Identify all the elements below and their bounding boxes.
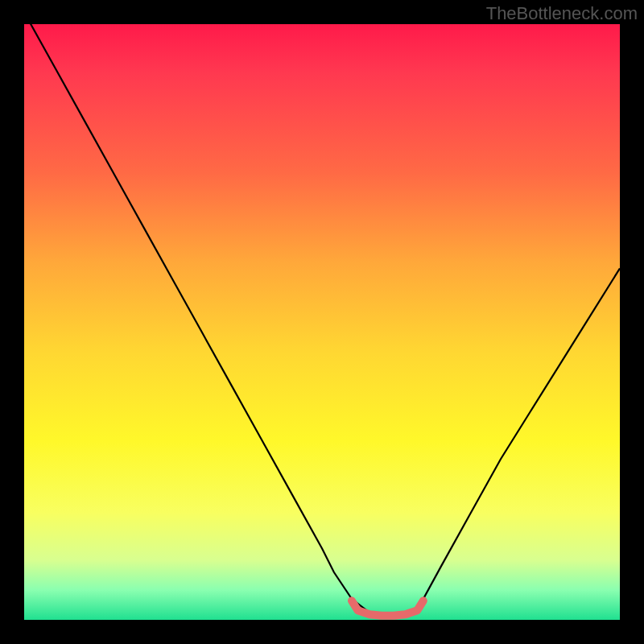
optimal-zone-marker <box>352 601 423 616</box>
bottleneck-curve <box>24 24 620 615</box>
plot-area <box>24 24 620 620</box>
chart-svg <box>24 24 620 620</box>
attribution-label: TheBottleneck.com <box>486 3 638 24</box>
